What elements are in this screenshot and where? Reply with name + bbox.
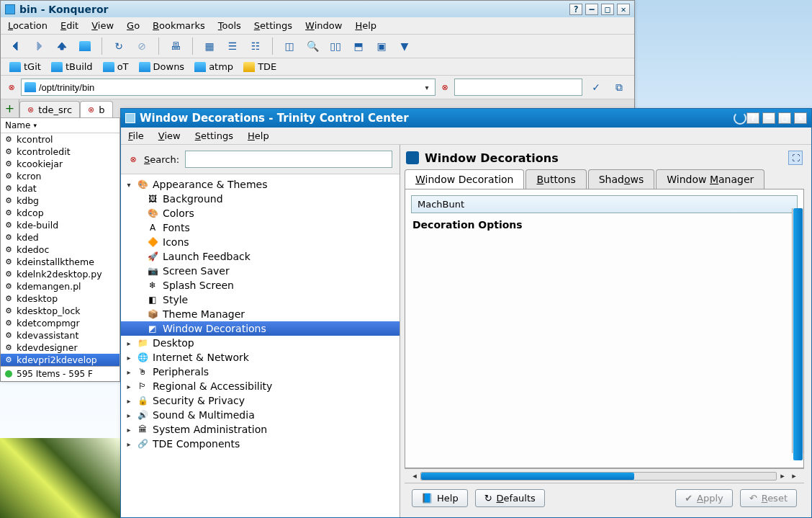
tree-item-theme-manager[interactable]: 📦Theme Manager [121, 307, 400, 321]
expand-icon[interactable]: ▸ [125, 368, 132, 376]
tree-item-system-administration[interactable]: ▸🏛System Administration [121, 422, 400, 437]
file-item[interactable]: ⚙kded [1, 231, 119, 244]
konq-titlebar[interactable]: bin - Konqueror ? — □ ✕ [1, 1, 634, 17]
menu-settings[interactable]: Settings [254, 20, 292, 31]
expand-button[interactable]: ⛶ [788, 151, 803, 165]
help-button[interactable]: ? [746, 112, 759, 124]
split-h-button[interactable]: ▯▯ [326, 37, 345, 55]
file-item[interactable]: ⚙kcontroledit [1, 146, 119, 158]
menu-view[interactable]: View [158, 130, 181, 141]
minimize-button[interactable]: — [585, 4, 598, 15]
menu-settings[interactable]: Settings [195, 130, 233, 141]
menu-bookmarks[interactable]: Bookmarks [153, 20, 205, 31]
hscroll-thumb[interactable] [421, 473, 634, 480]
filter-input[interactable] [458, 82, 579, 93]
clear-filter-icon[interactable]: ⊗ [440, 82, 450, 92]
tab-window-manager[interactable]: Window Manager [656, 169, 764, 189]
expand-icon[interactable]: ▸ [125, 411, 132, 419]
tree-item-peripherals[interactable]: ▸🖱Peripherals [121, 365, 400, 379]
bookmark-button[interactable]: ⧉ [610, 79, 628, 96]
apply-button[interactable]: ✔Apply [675, 489, 733, 507]
filter-field[interactable] [454, 79, 582, 96]
file-item[interactable]: ⚙kcron [1, 170, 119, 182]
forward-button[interactable] [30, 37, 48, 55]
maximize-button[interactable]: □ [601, 4, 614, 15]
vertical-scrollbar[interactable] [792, 208, 803, 453]
tree-item-sound-multimedia[interactable]: ▸🔊Sound & Multimedia [121, 408, 400, 422]
split-v-button[interactable]: ⬒ [349, 37, 368, 55]
menu-help[interactable]: Help [248, 130, 269, 141]
reload-button[interactable]: ↻ [109, 37, 128, 55]
help-button[interactable]: ? [569, 4, 582, 15]
search-input[interactable] [185, 151, 392, 168]
tree-item-fonts[interactable]: AFonts [121, 220, 400, 235]
stop-button[interactable]: ⊘ [132, 37, 151, 55]
expand-icon[interactable]: ▸ [125, 354, 132, 362]
back-button[interactable] [6, 37, 25, 55]
file-item[interactable]: ⚙kde-build [1, 219, 119, 231]
file-item[interactable]: ⚙kdcop [1, 207, 119, 219]
expand-icon[interactable]: ▸ [125, 426, 132, 434]
tree-item-splash-screen[interactable]: ❄Splash Screen [121, 278, 400, 293]
file-item[interactable]: ⚙kdat [1, 182, 119, 195]
bookmark-atmp[interactable]: atmp [194, 61, 233, 72]
tree-item-launch-feedback[interactable]: 🚀Launch Feedback [121, 249, 400, 264]
minimize-button[interactable]: — [762, 112, 775, 124]
scroll-right-icon[interactable]: ▸ [777, 471, 788, 481]
file-item[interactable]: ⚙kcookiejar [1, 158, 119, 170]
location-input[interactable] [39, 82, 419, 93]
close-button[interactable]: ✕ [794, 112, 807, 124]
file-item[interactable]: ⚙kdevdesigner [1, 341, 119, 354]
menu-go[interactable]: Go [127, 20, 140, 31]
tree-item-tde-components[interactable]: ▸🔗TDE Components [121, 437, 400, 451]
expand-icon[interactable]: ▸ [125, 440, 132, 448]
tree-item-screen-saver[interactable]: 📷Screen Saver [121, 264, 400, 278]
tree-item-colors[interactable]: 🎨Colors [121, 206, 400, 220]
bookmark-tbuild[interactable]: tBuild [51, 61, 93, 72]
tab-window-decoration[interactable]: Window Decoration [405, 169, 524, 189]
location-dropdown-icon[interactable]: ▾ [422, 84, 432, 91]
expand-icon[interactable]: ▸ [125, 383, 132, 390]
cc-category-tree[interactable]: ▾🎨Appearance & Themes🖼Background🎨ColorsA… [121, 174, 400, 517]
menu-help[interactable]: Help [355, 20, 376, 31]
hscroll-track[interactable] [420, 472, 777, 481]
column-header[interactable]: Name ▾ [1, 118, 119, 133]
file-item[interactable]: ⚙kdevpri2kdevelop [1, 354, 119, 366]
file-item[interactable]: ⚙kdeinstallktheme [1, 256, 119, 268]
tree-view-button[interactable]: ☷ [246, 37, 265, 55]
menu-file[interactable]: File [128, 130, 144, 141]
cc-titlebar[interactable]: Window Decorations - Trinity Control Cen… [121, 109, 811, 128]
menu-edit[interactable]: Edit [60, 20, 78, 31]
icon-view-button[interactable]: ▦ [200, 37, 219, 55]
bookmark-tde[interactable]: TDE [243, 61, 276, 72]
close-view-button[interactable]: ▣ [372, 37, 391, 55]
reset-button[interactable]: ↶Reset [740, 489, 797, 507]
file-item[interactable]: ⚙kdevassistant [1, 329, 119, 341]
tree-item-internet-network[interactable]: ▸🌐Internet & Network [121, 350, 400, 365]
file-item[interactable]: ⚙kcontrol [1, 133, 119, 146]
expand-icon[interactable]: ▸ [125, 339, 132, 347]
tree-item-appearance-themes[interactable]: ▾🎨Appearance & Themes [121, 177, 400, 192]
tree-item-background[interactable]: 🖼Background [121, 192, 400, 206]
maximize-button[interactable]: □ [778, 112, 791, 124]
scroll-thumb[interactable] [793, 208, 803, 460]
horizontal-scrollbar[interactable]: ◂ ▸ ▸ [405, 468, 804, 483]
menu-view[interactable]: View [91, 20, 114, 31]
defaults-button[interactable]: ↻Defaults [475, 489, 545, 507]
file-item[interactable]: ⚙kdelnk2desktop.py [1, 268, 119, 280]
clear-search-icon[interactable]: ⊗ [128, 154, 138, 164]
file-item[interactable]: ⚙kdedoc [1, 244, 119, 256]
decoration-selector[interactable]: MachBunt [411, 195, 798, 213]
file-item[interactable]: ⚙kdbg [1, 195, 119, 207]
location-field[interactable]: ▾ [21, 79, 436, 96]
detail-view-button[interactable]: ☰ [223, 37, 242, 55]
bookmark-ot[interactable]: oT [103, 61, 129, 72]
go-button[interactable]: ✓ [587, 79, 605, 96]
home-button[interactable] [76, 37, 94, 55]
clear-location-icon[interactable]: ⊗ [6, 82, 17, 92]
file-item[interactable]: ⚙kdetcompmgr [1, 317, 119, 329]
menu-window[interactable]: Window [305, 20, 342, 31]
tree-item-icons[interactable]: 🔶Icons [121, 235, 400, 249]
collapse-icon[interactable]: ▾ [125, 181, 132, 189]
tree-item-security-privacy[interactable]: ▸🔒Security & Privacy [121, 393, 400, 408]
